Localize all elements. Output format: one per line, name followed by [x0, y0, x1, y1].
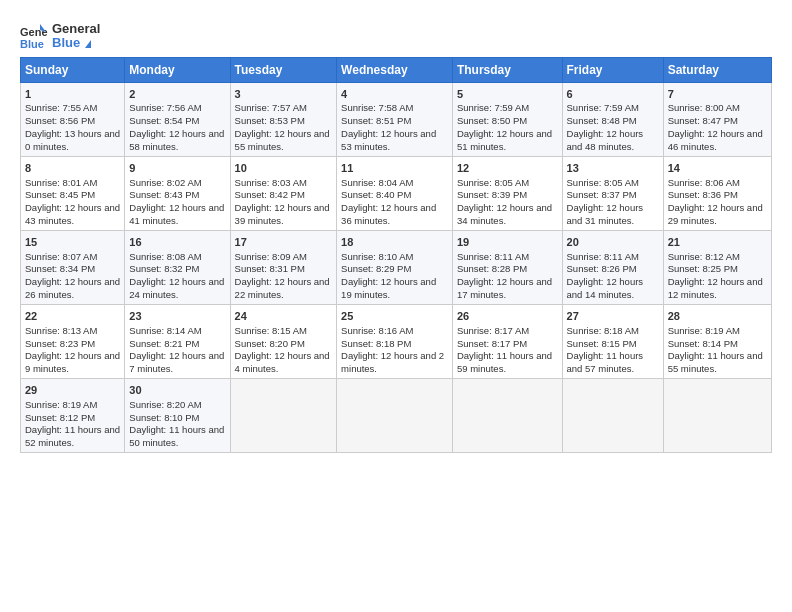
daylight: Daylight: 12 hours and 55 minutes.: [235, 128, 330, 152]
sunrise: Sunrise: 8:02 AM: [129, 177, 201, 188]
day-number: 9: [129, 161, 225, 176]
sunrise: Sunrise: 8:00 AM: [668, 102, 740, 113]
calendar-week-5: 29Sunrise: 8:19 AMSunset: 8:12 PMDayligh…: [21, 378, 772, 452]
sunset: Sunset: 8:34 PM: [25, 263, 95, 274]
sunrise: Sunrise: 8:04 AM: [341, 177, 413, 188]
sunrise: Sunrise: 8:15 AM: [235, 325, 307, 336]
sunrise: Sunrise: 7:59 AM: [567, 102, 639, 113]
logo-general: General: [52, 22, 100, 36]
table-row: [663, 378, 771, 452]
daylight: Daylight: 12 hours and 4 minutes.: [235, 350, 330, 374]
daylight: Daylight: 12 hours and 58 minutes.: [129, 128, 224, 152]
sunrise: Sunrise: 8:19 AM: [25, 399, 97, 410]
daylight: Daylight: 12 hours and 29 minutes.: [668, 202, 763, 226]
sunset: Sunset: 8:31 PM: [235, 263, 305, 274]
sunset: Sunset: 8:51 PM: [341, 115, 411, 126]
logo: General Blue General Blue: [20, 22, 100, 51]
sunset: Sunset: 8:50 PM: [457, 115, 527, 126]
day-number: 18: [341, 235, 448, 250]
sunrise: Sunrise: 8:03 AM: [235, 177, 307, 188]
table-row: 11Sunrise: 8:04 AMSunset: 8:40 PMDayligh…: [337, 156, 453, 230]
sunrise: Sunrise: 8:17 AM: [457, 325, 529, 336]
day-number: 14: [668, 161, 767, 176]
sunrise: Sunrise: 8:20 AM: [129, 399, 201, 410]
table-row: 22Sunrise: 8:13 AMSunset: 8:23 PMDayligh…: [21, 304, 125, 378]
sunrise: Sunrise: 8:16 AM: [341, 325, 413, 336]
day-number: 17: [235, 235, 333, 250]
day-number: 29: [25, 383, 120, 398]
table-row: 12Sunrise: 8:05 AMSunset: 8:39 PMDayligh…: [452, 156, 562, 230]
sunrise: Sunrise: 8:14 AM: [129, 325, 201, 336]
header-row: Sunday Monday Tuesday Wednesday Thursday…: [21, 57, 772, 82]
day-number: 21: [668, 235, 767, 250]
table-row: 17Sunrise: 8:09 AMSunset: 8:31 PMDayligh…: [230, 230, 337, 304]
day-number: 13: [567, 161, 659, 176]
table-row: 1Sunrise: 7:55 AMSunset: 8:56 PMDaylight…: [21, 82, 125, 156]
table-row: 10Sunrise: 8:03 AMSunset: 8:42 PMDayligh…: [230, 156, 337, 230]
day-number: 12: [457, 161, 558, 176]
daylight: Daylight: 11 hours and 57 minutes.: [567, 350, 644, 374]
sunset: Sunset: 8:25 PM: [668, 263, 738, 274]
sunset: Sunset: 8:12 PM: [25, 412, 95, 423]
sunrise: Sunrise: 8:07 AM: [25, 251, 97, 262]
calendar-page: General Blue General Blue Sunday Monday …: [0, 0, 792, 463]
day-number: 30: [129, 383, 225, 398]
col-thursday: Thursday: [452, 57, 562, 82]
col-sunday: Sunday: [21, 57, 125, 82]
daylight: Daylight: 12 hours and 53 minutes.: [341, 128, 436, 152]
calendar-week-2: 8Sunrise: 8:01 AMSunset: 8:45 PMDaylight…: [21, 156, 772, 230]
table-row: [337, 378, 453, 452]
day-number: 2: [129, 87, 225, 102]
sunrise: Sunrise: 7:56 AM: [129, 102, 201, 113]
logo-icon: General Blue: [20, 22, 48, 50]
day-number: 19: [457, 235, 558, 250]
day-number: 7: [668, 87, 767, 102]
sunset: Sunset: 8:32 PM: [129, 263, 199, 274]
sunrise: Sunrise: 7:59 AM: [457, 102, 529, 113]
table-row: 16Sunrise: 8:08 AMSunset: 8:32 PMDayligh…: [125, 230, 230, 304]
daylight: Daylight: 12 hours and 34 minutes.: [457, 202, 552, 226]
sunrise: Sunrise: 8:05 AM: [567, 177, 639, 188]
col-friday: Friday: [562, 57, 663, 82]
daylight: Daylight: 13 hours and 0 minutes.: [25, 128, 120, 152]
table-row: 30Sunrise: 8:20 AMSunset: 8:10 PMDayligh…: [125, 378, 230, 452]
sunset: Sunset: 8:10 PM: [129, 412, 199, 423]
daylight: Daylight: 12 hours and 46 minutes.: [668, 128, 763, 152]
day-number: 22: [25, 309, 120, 324]
table-row: 20Sunrise: 8:11 AMSunset: 8:26 PMDayligh…: [562, 230, 663, 304]
table-row: [230, 378, 337, 452]
day-number: 10: [235, 161, 333, 176]
sunset: Sunset: 8:15 PM: [567, 338, 637, 349]
day-number: 27: [567, 309, 659, 324]
sunset: Sunset: 8:47 PM: [668, 115, 738, 126]
sunset: Sunset: 8:56 PM: [25, 115, 95, 126]
table-row: 6Sunrise: 7:59 AMSunset: 8:48 PMDaylight…: [562, 82, 663, 156]
daylight: Daylight: 11 hours and 50 minutes.: [129, 424, 224, 448]
daylight: Daylight: 12 hours and 48 minutes.: [567, 128, 644, 152]
sunrise: Sunrise: 8:08 AM: [129, 251, 201, 262]
table-row: 23Sunrise: 8:14 AMSunset: 8:21 PMDayligh…: [125, 304, 230, 378]
sunrise: Sunrise: 8:05 AM: [457, 177, 529, 188]
table-row: 7Sunrise: 8:00 AMSunset: 8:47 PMDaylight…: [663, 82, 771, 156]
daylight: Daylight: 11 hours and 59 minutes.: [457, 350, 552, 374]
table-row: 5Sunrise: 7:59 AMSunset: 8:50 PMDaylight…: [452, 82, 562, 156]
sunset: Sunset: 8:53 PM: [235, 115, 305, 126]
sunset: Sunset: 8:40 PM: [341, 189, 411, 200]
daylight: Daylight: 12 hours and 7 minutes.: [129, 350, 224, 374]
sunset: Sunset: 8:48 PM: [567, 115, 637, 126]
sunset: Sunset: 8:18 PM: [341, 338, 411, 349]
daylight: Daylight: 12 hours and 17 minutes.: [457, 276, 552, 300]
day-number: 20: [567, 235, 659, 250]
sunrise: Sunrise: 7:58 AM: [341, 102, 413, 113]
table-row: 14Sunrise: 8:06 AMSunset: 8:36 PMDayligh…: [663, 156, 771, 230]
col-saturday: Saturday: [663, 57, 771, 82]
sunrise: Sunrise: 8:11 AM: [567, 251, 639, 262]
sunset: Sunset: 8:29 PM: [341, 263, 411, 274]
table-row: 8Sunrise: 8:01 AMSunset: 8:45 PMDaylight…: [21, 156, 125, 230]
calendar-week-4: 22Sunrise: 8:13 AMSunset: 8:23 PMDayligh…: [21, 304, 772, 378]
day-number: 1: [25, 87, 120, 102]
daylight: Daylight: 12 hours and 24 minutes.: [129, 276, 224, 300]
day-number: 24: [235, 309, 333, 324]
daylight: Daylight: 12 hours and 26 minutes.: [25, 276, 120, 300]
sunset: Sunset: 8:42 PM: [235, 189, 305, 200]
